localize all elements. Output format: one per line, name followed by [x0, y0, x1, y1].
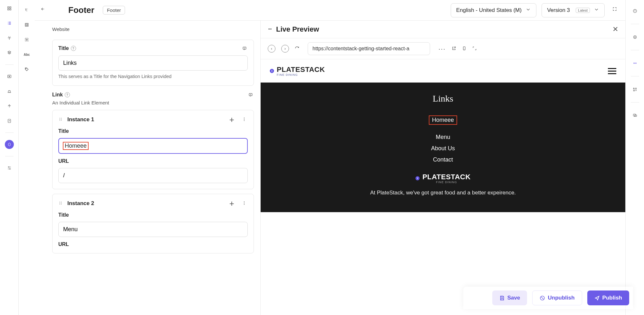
- hamburger-icon[interactable]: [608, 68, 616, 74]
- svg-point-41: [244, 201, 245, 202]
- svg-point-13: [10, 92, 11, 93]
- help-icon[interactable]: ?: [65, 92, 70, 97]
- svg-point-16: [8, 167, 9, 167]
- footer-link-contact[interactable]: Contact: [267, 156, 619, 163]
- title-hint: This serves as a Title for the Navigatio…: [58, 74, 248, 79]
- nav-forward-icon[interactable]: ›: [281, 45, 289, 53]
- instance-title: Instance 2: [67, 200, 94, 207]
- instance-url-input[interactable]: [58, 168, 248, 183]
- svg-point-38: [61, 202, 62, 202]
- dashboard-icon[interactable]: [5, 4, 14, 13]
- group-field-icon[interactable]: [23, 21, 30, 28]
- marketplace-icon[interactable]: [5, 140, 14, 149]
- close-icon[interactable]: ✕: [612, 25, 618, 34]
- live-preview-panel: Live Preview ✕ ‹ › https://contentstack-…: [260, 21, 625, 315]
- save-button[interactable]: Save: [492, 290, 527, 305]
- footer-link-menu[interactable]: Menu: [267, 134, 619, 141]
- preview-iframe: PLATESTACK FINE DINING Links Homeee Menu…: [261, 59, 625, 315]
- footer-link-about[interactable]: About Us: [267, 145, 619, 152]
- site-logo[interactable]: PLATESTACK FINE DINING: [270, 65, 325, 76]
- right-rail: [625, 0, 644, 315]
- editor-header: Footer Footer English - United States (M…: [35, 0, 625, 21]
- unpublish-button[interactable]: Unpublish: [532, 290, 582, 305]
- live-preview-toggle-icon[interactable]: [631, 59, 639, 67]
- open-external-icon[interactable]: [452, 46, 456, 52]
- content-type-tag: Footer: [103, 6, 125, 15]
- entries-icon[interactable]: [5, 19, 14, 28]
- svg-point-12: [9, 92, 10, 93]
- target-icon[interactable]: [631, 33, 639, 41]
- abc-field-icon[interactable]: Abc: [23, 51, 30, 58]
- latest-badge: Latest: [576, 8, 590, 13]
- modular-block-icon[interactable]: [23, 36, 30, 43]
- instance-menu-icon[interactable]: [241, 117, 248, 123]
- svg-point-31: [61, 120, 62, 121]
- svg-rect-1: [10, 7, 11, 8]
- nav-back-icon[interactable]: ‹: [268, 45, 275, 53]
- releases-icon[interactable]: [5, 87, 14, 96]
- svg-point-30: [61, 119, 62, 120]
- svg-point-42: [244, 202, 245, 203]
- preview-url[interactable]: https://contentstack-getting-started-rea…: [308, 42, 430, 55]
- text-field-icon[interactable]: [23, 6, 30, 14]
- drag-handle-icon[interactable]: [58, 201, 63, 206]
- instance-title-label: Title: [58, 128, 248, 134]
- publish-queue-icon[interactable]: [5, 102, 14, 111]
- title-field: Title? This serves as a Title for the Na…: [52, 40, 254, 86]
- comments-icon[interactable]: [631, 112, 639, 119]
- svg-rect-3: [10, 9, 11, 10]
- settings-icon[interactable]: [5, 163, 14, 172]
- action-bar: Save Unpublish Publish: [463, 287, 633, 309]
- add-instance-icon[interactable]: +: [227, 199, 236, 208]
- add-comment-icon[interactable]: [241, 45, 248, 52]
- drag-handle-icon[interactable]: [58, 117, 63, 123]
- back-icon[interactable]: [41, 7, 48, 14]
- locale-dropdown[interactable]: English - United States (M): [451, 3, 536, 17]
- assets-icon[interactable]: [5, 48, 14, 57]
- svg-point-52: [633, 35, 636, 38]
- svg-point-23: [26, 68, 26, 69]
- help-icon[interactable]: ?: [71, 46, 76, 51]
- content-types-icon[interactable]: [5, 34, 14, 43]
- svg-point-40: [61, 204, 62, 204]
- instance-url-label: URL: [58, 158, 248, 164]
- svg-point-37: [60, 204, 60, 204]
- more-icon[interactable]: ···: [438, 45, 446, 53]
- locale-label: English - United States (M): [456, 7, 522, 14]
- instance-title-label: Title: [58, 212, 248, 218]
- svg-point-51: [635, 10, 635, 10]
- tasks-icon[interactable]: [5, 116, 14, 125]
- svg-rect-0: [7, 7, 9, 8]
- publish-button[interactable]: Publish: [587, 290, 629, 305]
- live-icon: [268, 27, 272, 32]
- reload-icon[interactable]: [295, 46, 299, 52]
- svg-point-35: [60, 202, 60, 202]
- footer-link-home[interactable]: Homeee: [429, 115, 457, 125]
- svg-rect-20: [26, 24, 28, 26]
- instance-menu-icon[interactable]: [241, 201, 248, 206]
- shapes-icon[interactable]: [631, 85, 639, 93]
- info-icon[interactable]: [631, 7, 639, 15]
- add-comment-icon[interactable]: [247, 92, 254, 98]
- link-instance-2: Instance 2 + Title URL: [52, 194, 254, 253]
- tag-field-icon[interactable]: [23, 66, 30, 73]
- media-icon[interactable]: [5, 72, 14, 81]
- link-instance-1: Instance 1 + Title Homeee URL: [52, 110, 254, 189]
- expand-icon[interactable]: [472, 46, 477, 52]
- svg-point-39: [61, 203, 62, 203]
- fullscreen-icon[interactable]: [612, 7, 620, 14]
- svg-point-54: [634, 63, 635, 64]
- svg-point-43: [244, 204, 245, 205]
- svg-point-27: [60, 119, 60, 120]
- instance-title-input[interactable]: Homeee: [58, 138, 248, 154]
- add-instance-icon[interactable]: +: [227, 115, 236, 124]
- link-hint: An Individual Link Element: [52, 100, 254, 105]
- device-icon[interactable]: [462, 46, 466, 52]
- svg-point-48: [416, 176, 420, 181]
- title-input[interactable]: [58, 55, 248, 71]
- title-label: Title: [58, 45, 69, 51]
- chevron-down-icon: [594, 7, 599, 14]
- instance-title-input[interactable]: [58, 222, 248, 237]
- version-dropdown[interactable]: Version 3 Latest: [542, 3, 605, 17]
- version-label: Version 3: [547, 7, 570, 14]
